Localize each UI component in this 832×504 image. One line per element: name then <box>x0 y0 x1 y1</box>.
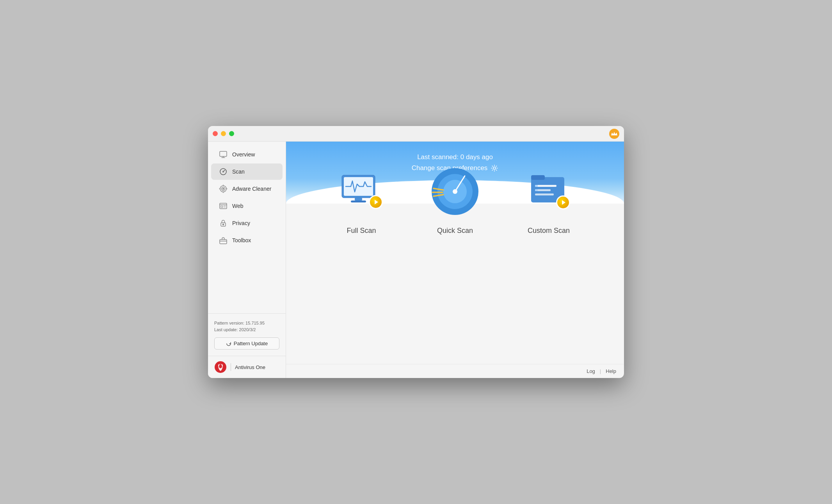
svg-rect-8 <box>221 206 223 208</box>
svg-point-3 <box>223 171 224 172</box>
svg-rect-29 <box>535 185 556 187</box>
monitor-icon <box>219 150 228 159</box>
toolbox-label: Toolbox <box>232 237 251 243</box>
scan-label: Scan <box>232 169 245 175</box>
sidebar-item-privacy[interactable]: Privacy <box>211 215 283 231</box>
svg-point-10 <box>223 224 224 225</box>
help-link[interactable]: Help <box>606 368 616 374</box>
full-scan-option[interactable]: Full Scan <box>326 156 396 243</box>
pattern-update-button[interactable]: Pattern Update <box>214 337 279 350</box>
main-layout: Overview Scan <box>208 142 624 378</box>
pattern-version: Pattern version: 15.715.95 <box>214 320 279 327</box>
svg-rect-28 <box>531 175 545 180</box>
sidebar: Overview Scan <box>208 142 286 378</box>
custom-scan-icon <box>527 171 570 212</box>
full-scan-gold-badge <box>369 195 383 209</box>
footer-divider: | <box>600 368 601 374</box>
quick-scan-option[interactable]: Quick Scan <box>420 156 490 243</box>
custom-scan-gold-badge <box>556 195 570 209</box>
brand-divider <box>231 363 231 371</box>
traffic-lights <box>213 131 234 136</box>
custom-scan-label: Custom Scan <box>528 227 570 235</box>
refresh-icon <box>226 341 231 346</box>
trend-micro-logo <box>214 361 227 373</box>
quick-scan-icon-wrapper <box>428 164 482 219</box>
svg-marker-34 <box>562 200 565 205</box>
sidebar-item-overview[interactable]: Overview <box>211 146 283 163</box>
full-scan-icon <box>340 173 383 210</box>
web-label: Web <box>232 203 244 209</box>
svg-rect-11 <box>220 240 227 244</box>
overview-label: Overview <box>232 151 255 158</box>
privacy-label: Privacy <box>232 220 250 226</box>
crown-icon <box>609 129 619 139</box>
brand-name: Antivirus One <box>235 364 265 370</box>
main-window: Overview Scan <box>208 126 624 378</box>
scan-options: Full Scan <box>286 156 624 364</box>
full-scan-icon-wrapper <box>334 164 389 219</box>
sidebar-item-web[interactable]: Web <box>211 198 283 214</box>
sidebar-item-scan[interactable]: Scan <box>211 163 283 180</box>
custom-scan-option[interactable]: Custom Scan <box>514 156 584 243</box>
full-scan-label: Full Scan <box>347 227 376 235</box>
log-link[interactable]: Log <box>587 368 595 374</box>
svg-rect-33 <box>535 189 538 191</box>
content-area: Last scanned: 0 days ago Change scan pre… <box>286 142 624 378</box>
sidebar-footer: Pattern version: 15.715.95 Last update: … <box>208 313 286 356</box>
web-icon <box>219 202 228 210</box>
svg-rect-32 <box>535 185 538 187</box>
svg-point-6 <box>223 188 224 190</box>
adware-cleaner-label: Adware Cleaner <box>232 186 271 192</box>
last-update: Last update: 2020/3/2 <box>214 327 279 334</box>
close-button[interactable] <box>213 131 218 136</box>
toolbox-icon <box>219 236 228 245</box>
pattern-info: Pattern version: 15.715.95 Last update: … <box>214 320 279 334</box>
brand-bar: Antivirus One <box>208 356 286 378</box>
nav-items: Overview Scan <box>208 142 286 313</box>
speedometer-icon <box>219 167 228 176</box>
custom-scan-badge-icon <box>560 199 567 206</box>
svg-rect-31 <box>535 193 554 195</box>
target-icon <box>219 185 228 193</box>
lock-icon <box>219 219 228 227</box>
content-footer: Log | Help <box>286 364 624 378</box>
sidebar-item-adware-cleaner[interactable]: Adware Cleaner <box>211 181 283 197</box>
svg-rect-17 <box>351 201 366 202</box>
svg-marker-18 <box>375 200 378 204</box>
titlebar <box>208 126 624 142</box>
svg-rect-1 <box>220 151 227 156</box>
minimize-button[interactable] <box>221 131 226 136</box>
scan-start-icon <box>372 199 379 206</box>
sidebar-item-toolbox[interactable]: Toolbox <box>211 232 283 248</box>
update-button-label: Pattern Update <box>234 341 268 346</box>
svg-rect-16 <box>355 198 362 201</box>
quick-scan-illustration <box>428 164 482 219</box>
maximize-button[interactable] <box>229 131 234 136</box>
custom-scan-icon-wrapper <box>521 164 576 219</box>
quick-scan-label: Quick Scan <box>437 227 473 235</box>
